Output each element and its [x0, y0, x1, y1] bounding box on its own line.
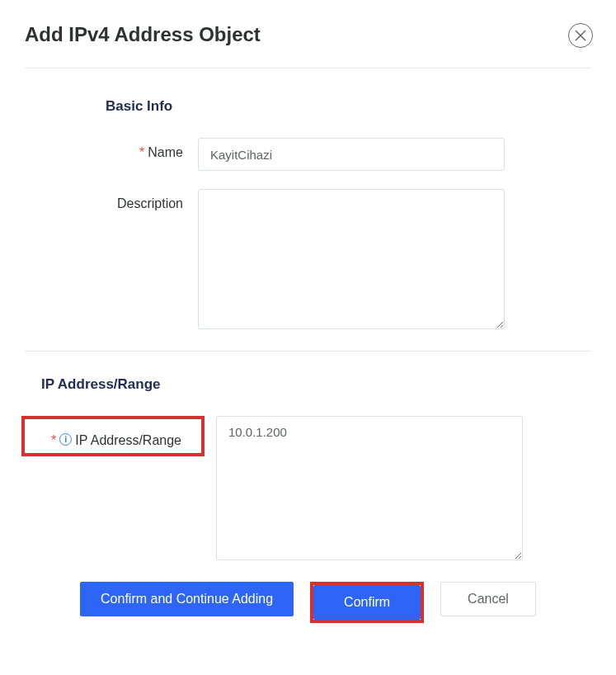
section-title-iprange: IP Address/Range	[41, 376, 591, 393]
dialog-header: Add IPv4 Address Object	[25, 23, 591, 46]
confirm-continue-button[interactable]: Confirm and Continue Adding	[80, 582, 294, 616]
label-description: Description	[25, 189, 198, 211]
section-title-basic: Basic Info	[106, 98, 591, 115]
label-name-text: Name	[148, 145, 183, 159]
highlight-confirm: Confirm	[310, 582, 424, 623]
label-name: *Name	[25, 138, 198, 160]
info-icon[interactable]: i	[59, 433, 72, 446]
description-textarea[interactable]	[198, 189, 505, 329]
add-ipv4-dialog: Add IPv4 Address Object Basic Info *Name…	[0, 0, 616, 675]
cancel-button[interactable]: Cancel	[440, 582, 536, 616]
confirm-button[interactable]: Confirm	[313, 585, 421, 620]
row-ip: *iIP Address/Range	[25, 416, 591, 564]
label-ip-text: IP Address/Range	[75, 433, 181, 447]
close-button[interactable]	[568, 23, 593, 48]
name-input[interactable]	[198, 138, 505, 171]
highlight-ip-field: *iIP Address/Range	[21, 416, 205, 456]
divider	[25, 351, 591, 352]
dialog-title: Add IPv4 Address Object	[25, 23, 591, 46]
row-description: Description	[25, 189, 591, 333]
divider	[25, 68, 591, 68]
button-row: Confirm and Continue Adding Confirm Canc…	[25, 582, 591, 623]
row-name: *Name	[25, 138, 591, 171]
label-ip: *iIP Address/Range	[28, 424, 196, 448]
required-mark: *	[139, 145, 144, 159]
required-mark: *	[51, 433, 56, 447]
ip-textarea[interactable]	[216, 416, 523, 560]
close-icon	[575, 30, 586, 41]
